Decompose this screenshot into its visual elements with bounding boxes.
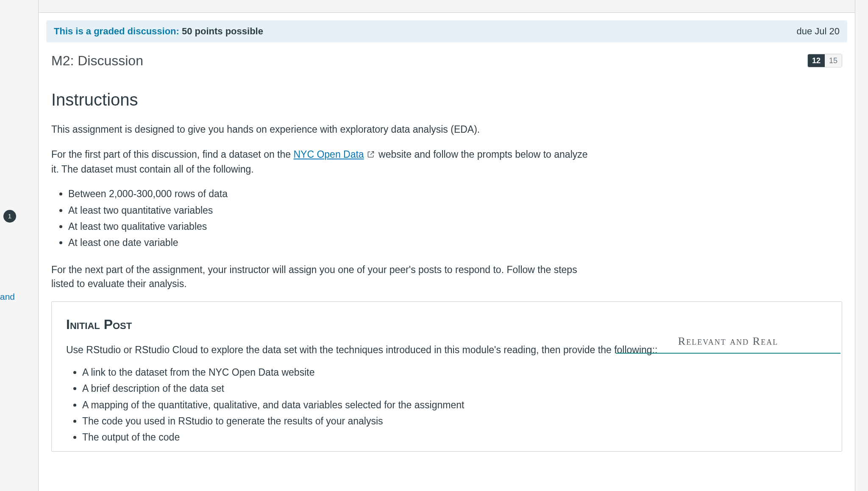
instructions-p2: For the first part of this discussion, f… (51, 148, 594, 177)
graded-points: This is a graded discussion: 50 points p… (54, 25, 263, 38)
discussion-card: This is a graded discussion: 50 points p… (38, 0, 855, 491)
graded-due-date: due Jul 20 (796, 25, 840, 38)
dataset-requirements-list: Between 2,000-300,000 rows of data At le… (68, 187, 594, 250)
total-count: 15 (825, 54, 842, 67)
page-root: 1 and This is a graded discussion: 50 po… (0, 0, 868, 491)
req-item: At least two qualitative variables (68, 220, 594, 234)
external-link-icon (367, 148, 375, 162)
instructions-text: This assignment is designed to give you … (51, 123, 594, 291)
card-top-divider (39, 0, 855, 13)
post-item: A mapping of the quantitative, qualitati… (82, 398, 827, 412)
relevant-real-heading: Relevant and Real (616, 333, 840, 354)
req-item: Between 2,000-300,000 rows of data (68, 187, 594, 201)
relevant-real-underline (616, 353, 840, 354)
instructions-p2a: For the first part of this discussion, f… (51, 149, 293, 160)
sidebar-unread-badge: 1 (3, 210, 16, 223)
instructions-p1: This assignment is designed to give you … (51, 123, 594, 137)
initial-post-heading: Initial Post (66, 315, 827, 334)
graded-points-value: 50 points possible (182, 26, 263, 36)
sidebar-fragment: and (0, 290, 15, 303)
post-item: A link to the dataset from the NYC Open … (82, 365, 827, 379)
instructions-heading: Instructions (51, 87, 842, 112)
unread-count: 12 (808, 54, 825, 67)
req-item: At least two quantitative variables (68, 204, 594, 218)
graded-info-bar: This is a graded discussion: 50 points p… (46, 20, 847, 42)
post-item: The output of the code (82, 430, 827, 444)
graded-prefix: This is a graded discussion: (54, 26, 179, 36)
post-item: A brief description of the data set (82, 382, 827, 396)
reply-count-pill[interactable]: 12 15 (807, 54, 842, 67)
req-item: At least one date variable (68, 236, 594, 250)
post-item: The code you used in RStudio to generate… (82, 414, 827, 428)
title-row: M2: Discussion 12 15 (39, 42, 855, 70)
initial-post-list: A link to the dataset from the NYC Open … (82, 365, 827, 445)
discussion-title: M2: Discussion (51, 51, 143, 70)
initial-post-box: Initial Post Use RStudio or RStudio Clou… (51, 301, 842, 451)
relevant-real-text: Relevant and Real (616, 333, 840, 349)
discussion-body: Instructions This assignment is designed… (39, 70, 855, 452)
nyc-open-data-link[interactable]: NYC Open Data (293, 149, 364, 160)
instructions-p3: For the next part of the assignment, you… (51, 263, 594, 291)
